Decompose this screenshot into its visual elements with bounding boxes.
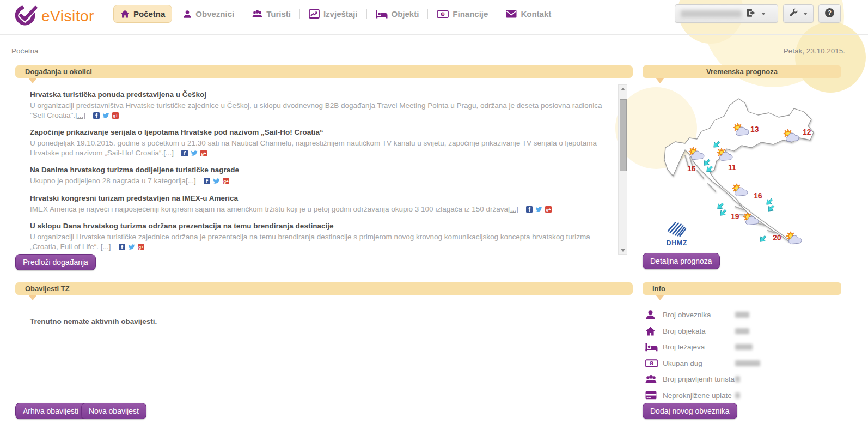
app-logo[interactable]: eVisitor bbox=[14, 3, 94, 29]
tab-obveznici[interactable]: Obveznici bbox=[176, 5, 241, 23]
redacted-value bbox=[735, 392, 740, 398]
redacted-value bbox=[735, 328, 749, 334]
banknote-icon: 0 bbox=[645, 359, 663, 367]
news-title[interactable]: Hrvatska turistička ponuda predstavljena… bbox=[30, 90, 614, 99]
tab-label: Objekti bbox=[392, 9, 419, 19]
news-title[interactable]: U sklopu Dana hrvatskog turizma održana … bbox=[30, 221, 614, 231]
home-icon bbox=[645, 327, 663, 336]
read-more-link[interactable]: [...] bbox=[75, 111, 85, 119]
read-more-link[interactable]: [...] bbox=[101, 243, 111, 251]
tab-label: Kontakt bbox=[521, 9, 551, 19]
topbar-controls: ? bbox=[675, 4, 841, 23]
info-row: Neproknjižene uplate bbox=[645, 388, 841, 404]
scroll-up-arrow[interactable] bbox=[619, 85, 627, 93]
facebook-icon[interactable] bbox=[119, 243, 125, 250]
chart-icon bbox=[309, 9, 320, 19]
svg-text:0: 0 bbox=[651, 361, 653, 365]
person-icon bbox=[645, 310, 663, 320]
tab-label: Turisti bbox=[266, 9, 291, 19]
twitter-icon[interactable] bbox=[535, 206, 542, 212]
googleplus-icon[interactable]: g+ bbox=[545, 206, 552, 212]
scrollbar-thumb[interactable] bbox=[620, 99, 627, 171]
googleplus-icon[interactable]: g+ bbox=[138, 243, 144, 250]
news-title[interactable]: Hrvatski kongresni turizam predstavljen … bbox=[30, 194, 614, 203]
tab-financije[interactable]: 0 Financije bbox=[430, 5, 495, 23]
news-item: Hrvatska turistička ponuda predstavljena… bbox=[30, 90, 614, 120]
info-label: Broj prijavljenih turista bbox=[663, 375, 735, 383]
info-label: Ukupan dug bbox=[663, 359, 735, 367]
temperature-label: 16 bbox=[754, 191, 762, 200]
weather-panel-header: Vremenska prognoza bbox=[643, 65, 841, 78]
news-title[interactable]: Na Danima hrvatskog turizma dodijeljene … bbox=[30, 165, 614, 174]
share-icons: g+ bbox=[526, 206, 552, 212]
help-button[interactable]: ? bbox=[818, 4, 841, 23]
svg-text:?: ? bbox=[828, 9, 832, 16]
detailed-forecast-button[interactable]: Detaljna prognoza bbox=[643, 253, 720, 269]
facebook-icon[interactable] bbox=[93, 112, 100, 118]
info-row: Broj ležajeva bbox=[645, 339, 841, 355]
user-menu-button[interactable] bbox=[675, 4, 778, 23]
people-icon bbox=[645, 374, 663, 384]
googleplus-icon[interactable]: g+ bbox=[112, 112, 119, 118]
add-obligor-button[interactable]: Dodaj novog obveznika bbox=[643, 403, 737, 419]
twitter-icon[interactable] bbox=[213, 177, 220, 184]
person-icon bbox=[183, 10, 192, 19]
facebook-icon[interactable] bbox=[204, 177, 210, 184]
notices-archive-button[interactable]: Arhiva obavijesti bbox=[15, 403, 86, 419]
tab-turisti[interactable]: Turisti bbox=[245, 5, 298, 23]
redacted-value bbox=[735, 376, 740, 382]
redacted-value bbox=[735, 360, 760, 366]
news-title[interactable]: Započinje prikazivanje serijala o ljepot… bbox=[30, 128, 614, 137]
nav-separator bbox=[299, 9, 300, 19]
events-scrollbar[interactable] bbox=[618, 84, 627, 255]
new-notice-button[interactable]: Nova obavijest bbox=[81, 403, 146, 419]
temperature-label: 20 bbox=[773, 233, 781, 242]
read-more-link[interactable]: [...] bbox=[186, 177, 196, 185]
twitter-icon[interactable] bbox=[128, 243, 135, 250]
weather-map: 13 12 16 11 16 19 20 bbox=[653, 90, 839, 253]
tab-izvjestaji[interactable]: Izvještaji bbox=[302, 5, 365, 23]
news-body-text: Ukupno je podijeljeno 28 nagrada u 7 kat… bbox=[30, 177, 186, 185]
suggest-events-button[interactable]: Predloži događanja bbox=[15, 254, 96, 270]
info-row: Broj prijavljenih turista bbox=[645, 371, 841, 388]
main-nav: Početna Obveznici Turisti Izvještaji bbox=[113, 5, 558, 23]
share-icons: g+ bbox=[119, 243, 144, 250]
home-icon bbox=[120, 10, 130, 18]
twitter-icon[interactable] bbox=[191, 149, 198, 156]
temperature-label: 12 bbox=[803, 128, 811, 136]
temperature-label: 11 bbox=[728, 163, 736, 172]
tab-kontakt[interactable]: Kontakt bbox=[499, 5, 558, 23]
evisitor-check-icon bbox=[14, 3, 38, 29]
help-icon: ? bbox=[824, 8, 835, 20]
twitter-icon[interactable] bbox=[102, 112, 109, 118]
redacted-value bbox=[735, 344, 753, 350]
events-panel-header: Događanja u okolici bbox=[15, 65, 633, 78]
dhmz-logo[interactable]: DHMZ bbox=[662, 220, 692, 247]
svg-text:g+: g+ bbox=[223, 179, 229, 184]
facebook-icon[interactable] bbox=[526, 206, 533, 212]
banknote-icon: 0 bbox=[437, 10, 449, 18]
nav-separator bbox=[174, 9, 174, 19]
breadcrumb[interactable]: Početna bbox=[11, 47, 39, 55]
tab-objekti[interactable]: Objekti bbox=[369, 5, 426, 23]
logout-icon bbox=[747, 8, 756, 20]
facebook-icon[interactable] bbox=[181, 149, 188, 156]
sun-cloud-icon bbox=[730, 183, 749, 197]
sun-cloud-icon bbox=[741, 212, 760, 226]
info-panel-title: Info bbox=[652, 285, 665, 293]
settings-menu-button[interactable] bbox=[783, 4, 814, 23]
card-icon bbox=[645, 391, 663, 400]
dhmz-label: DHMZ bbox=[662, 239, 692, 247]
read-more-link[interactable]: [...] bbox=[163, 149, 174, 157]
redacted-user-name bbox=[681, 10, 742, 17]
events-list: Hrvatska turistička ponuda predstavljena… bbox=[15, 84, 633, 256]
svg-text:g+: g+ bbox=[546, 207, 551, 212]
googleplus-icon[interactable]: g+ bbox=[200, 149, 207, 156]
sun-cloud-icon bbox=[715, 147, 733, 161]
tab-pocetna[interactable]: Početna bbox=[113, 5, 172, 23]
chevron-down-icon bbox=[761, 13, 766, 15]
tab-label: Obveznici bbox=[195, 9, 234, 19]
scroll-down-arrow[interactable] bbox=[619, 246, 627, 254]
googleplus-icon[interactable]: g+ bbox=[223, 177, 229, 184]
read-more-link[interactable]: [...] bbox=[508, 205, 518, 213]
